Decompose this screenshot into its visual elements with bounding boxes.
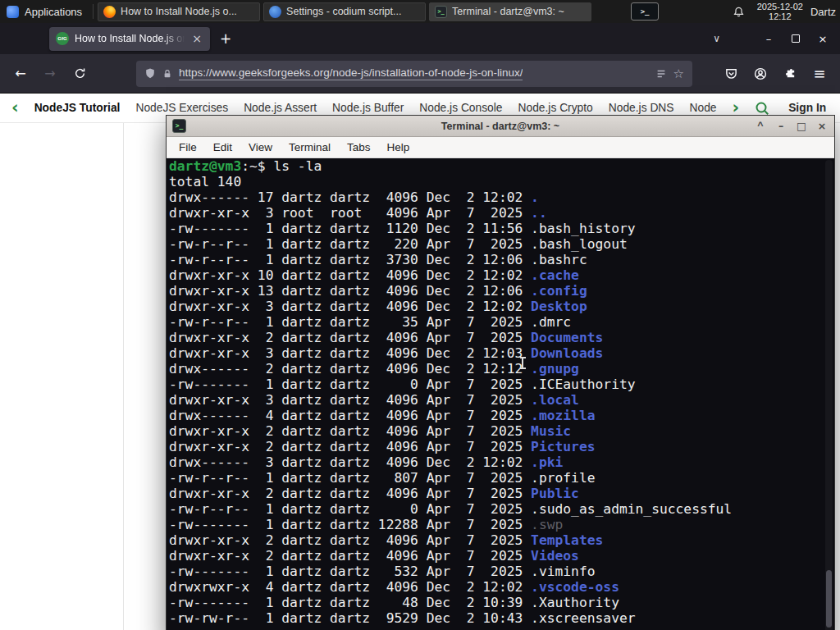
taskbar-window-terminal[interactable]: >_ Terminal - dartz@vm3: ~	[429, 2, 591, 21]
menu-edit[interactable]: Edit	[206, 139, 240, 156]
scrollbar-thumb[interactable]	[826, 570, 832, 628]
terminal-output-line: drwx------ 3 dartz dartz 4096 Dec 2 12:0…	[169, 454, 834, 470]
site-favicon: GfG	[56, 32, 69, 45]
file-meta: drwxr-xr-x 3 dartz dartz 4096 Dec 2 12:0…	[169, 345, 531, 361]
terminal-window: >_ Terminal - dartz@vm3: ~ ^ – □ × File …	[166, 115, 835, 630]
directory-name: Desktop	[531, 299, 587, 314]
file-name: .swp	[531, 517, 563, 532]
file-name: .sudo_as_admin_successful	[531, 501, 732, 517]
list-tabs-chevron-icon[interactable]: ∨	[713, 33, 720, 44]
menu-file[interactable]: File	[171, 139, 204, 156]
applications-label: Applications	[25, 6, 82, 18]
menu-tabs[interactable]: Tabs	[340, 139, 378, 156]
terminal-output-line: drwxr-xr-x 2 dartz dartz 4096 Apr 7 2025…	[169, 486, 834, 501]
taskbar-window-label: How to Install Node.js o...	[121, 6, 254, 17]
nav-item[interactable]: NodeJS Tutorial	[34, 102, 121, 114]
nav-item[interactable]: Node.js Buffer	[332, 102, 404, 114]
file-name: .ICEauthority	[531, 377, 635, 392]
menu-help[interactable]: Help	[380, 139, 418, 156]
terminal-prompt-line: dartz@vm3:~$ ls -la	[169, 158, 834, 174]
directory-name: .cache	[531, 267, 579, 283]
applications-menu-button[interactable]: Applications	[0, 0, 90, 23]
nav-back-chevron-icon[interactable]: ‹	[11, 99, 19, 116]
terminal-icon: >_	[435, 6, 447, 18]
nav-item[interactable]: Node.js DNS	[609, 102, 674, 114]
tracking-shield-icon[interactable]	[144, 67, 156, 80]
tab-close-button[interactable]: ×	[190, 32, 203, 45]
account-icon[interactable]	[748, 62, 773, 86]
terminal-listing: drwx------ 17 dartz dartz 4096 Dec 2 12:…	[169, 189, 834, 626]
prompt-symbol: :~$	[241, 158, 273, 174]
forward-button[interactable]: →	[38, 62, 62, 86]
terminal-output-line: -rw-r--r-- 1 dartz dartz 220 Apr 7 2025 …	[169, 236, 834, 252]
window-maximize-button[interactable]	[788, 34, 803, 43]
bookmark-star-icon[interactable]: ☆	[673, 66, 684, 81]
file-meta: drwxrwxr-x 4 dartz dartz 4096 Dec 2 12:0…	[169, 579, 531, 595]
terminal-shade-button[interactable]: ^	[754, 120, 767, 132]
back-button[interactable]: ←	[8, 62, 33, 86]
nav-item[interactable]: Node.js Console	[419, 102, 502, 114]
restore-icon	[792, 34, 800, 43]
file-meta: -rw-r--r-- 1 dartz dartz 0 Apr 7 2025	[169, 501, 531, 517]
terminal-titlebar[interactable]: >_ Terminal - dartz@vm3: ~ ^ – □ ×	[167, 116, 834, 137]
terminal-output-line: drwxr-xr-x 10 dartz dartz 4096 Dec 2 12:…	[169, 267, 834, 283]
directory-name: .vscode-oss	[531, 579, 619, 595]
window-close-button[interactable]: ×	[815, 33, 830, 45]
file-meta: drwx------ 3 dartz dartz 4096 Dec 2 12:0…	[169, 454, 531, 470]
url-text[interactable]: https://www.geeksforgeeks.org/node-js/in…	[179, 66, 523, 80]
menu-view[interactable]: View	[241, 139, 280, 156]
browser-tab[interactable]: GfG How to Install Node.js on ×	[49, 27, 210, 51]
clock-date: 2025-12-02	[757, 2, 803, 12]
terminal-maximize-button[interactable]: □	[795, 120, 808, 132]
nav-item[interactable]: Node	[690, 102, 717, 114]
nav-item[interactable]: Node.js Assert	[244, 102, 317, 114]
file-meta: -rw-rw-r-- 1 dartz dartz 9529 Dec 2 10:4…	[169, 610, 531, 626]
terminal-output-line: -rw-r--r-- 1 dartz dartz 807 Apr 7 2025 …	[169, 470, 834, 486]
terminal-output-line: drwxr-xr-x 2 dartz dartz 4096 Apr 7 2025…	[169, 532, 834, 548]
lock-icon[interactable]	[162, 68, 172, 80]
window-minimize-button[interactable]: –	[761, 33, 776, 45]
taskbar-window-settings[interactable]: Settings - codium script...	[263, 2, 426, 21]
notification-bell-icon[interactable]	[728, 6, 750, 18]
file-meta: -rw------- 1 dartz dartz 0 Apr 7 2025	[169, 377, 531, 392]
terminal-output-line: drwxr-xr-x 2 dartz dartz 4096 Apr 7 2025…	[169, 548, 834, 564]
clock[interactable]: 2025-12-02 12:12	[750, 2, 810, 22]
reload-button[interactable]	[67, 62, 92, 86]
file-name: .bash_logout	[531, 236, 628, 252]
nav-forward-chevron-icon[interactable]: ›	[733, 99, 740, 116]
menu-terminal[interactable]: Terminal	[281, 139, 338, 156]
search-icon[interactable]	[755, 101, 769, 116]
tray-terminal-icon[interactable]: >_	[631, 2, 659, 21]
directory-name: .config	[531, 283, 587, 299]
nav-item[interactable]: Node.js Crypto	[518, 102, 593, 114]
menu-button[interactable]: ≡	[807, 62, 832, 86]
terminal-minimize-button[interactable]: –	[774, 120, 788, 132]
terminal-output-line: drwxr-xr-x 2 dartz dartz 4096 Apr 7 2025…	[169, 423, 834, 439]
file-meta: drwxr-xr-x 3 root root 4096 Apr 7 2025	[169, 205, 531, 221]
terminal-output-line: -rw------- 1 dartz dartz 532 Apr 7 2025 …	[169, 564, 834, 579]
terminal-output-line: drwxr-xr-x 3 dartz dartz 4096 Dec 2 12:0…	[169, 299, 834, 314]
file-name: .dmrc	[531, 314, 571, 330]
directory-name: .pki	[531, 454, 563, 470]
file-name: .bash_history	[531, 221, 635, 236]
terminal-screen[interactable]: dartz@vm3:~$ ls -la total 140 drwx------…	[167, 158, 834, 630]
reader-view-icon[interactable]	[655, 68, 667, 80]
terminal-scrollbar[interactable]	[825, 160, 833, 630]
url-bar[interactable]: https://www.geeksforgeeks.org/node-js/in…	[136, 61, 692, 87]
terminal-output-line: drwxr-xr-x 3 dartz dartz 4096 Dec 2 12:0…	[169, 345, 834, 361]
directory-name: Documents	[531, 330, 603, 345]
new-tab-button[interactable]: +	[210, 30, 241, 47]
terminal-output-line: drwxr-xr-x 2 dartz dartz 4096 Apr 7 2025…	[169, 439, 834, 454]
nav-item[interactable]: NodeJS Exercises	[135, 102, 228, 114]
terminal-output-line: drwxrwxr-x 4 dartz dartz 4096 Dec 2 12:0…	[169, 579, 834, 595]
tab-bar: GfG How to Install Node.js on × + ∨ – ×	[0, 23, 840, 54]
terminal-close-button[interactable]: ×	[815, 120, 829, 132]
directory-name: Pictures	[531, 439, 595, 454]
extensions-icon[interactable]	[778, 62, 802, 86]
terminal-output-line: -rw-r--r-- 1 dartz dartz 3730 Dec 2 12:0…	[169, 252, 834, 267]
taskbar: Applications How to Install Node.js o...…	[0, 0, 840, 23]
pocket-icon[interactable]	[719, 62, 743, 86]
file-name: .xscreensaver	[531, 610, 635, 626]
taskbar-window-firefox[interactable]: How to Install Node.js o...	[98, 2, 260, 21]
file-meta: drwxr-xr-x 13 dartz dartz 4096 Dec 2 12:…	[169, 283, 531, 299]
